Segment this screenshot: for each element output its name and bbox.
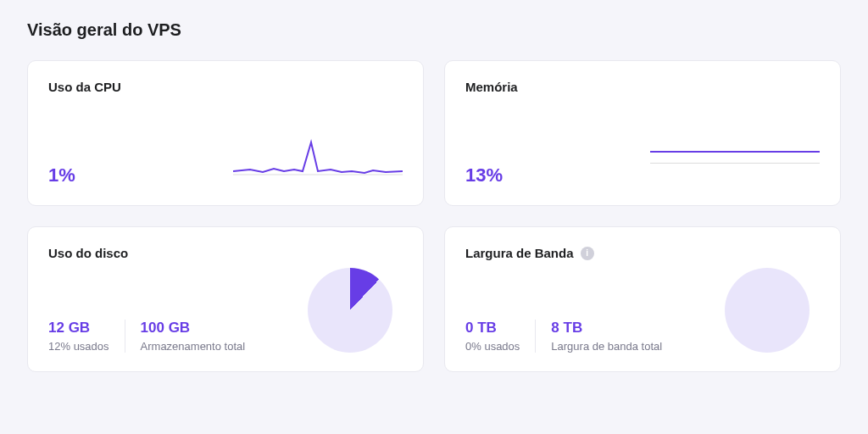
bandwidth-pie-chart (725, 268, 810, 353)
memory-sparkline-chart (650, 127, 820, 186)
disk-stats: 12 GB 12% usados 100 GB Armazenamento to… (48, 320, 260, 353)
disk-card-title: Uso do disco (48, 246, 403, 260)
disk-used-stat: 12 GB 12% usados (48, 320, 125, 353)
bandwidth-card[interactable]: Largura de Banda 0 TB 0% usados 8 TB Lar… (444, 226, 841, 372)
memory-card[interactable]: Memória 13% (444, 60, 841, 206)
cpu-percent-value: 1% (48, 164, 75, 186)
disk-used-value: 12 GB (48, 320, 109, 337)
disk-card[interactable]: Uso do disco 12 GB 12% usados 100 GB Arm… (27, 226, 424, 372)
bandwidth-total-value: 8 TB (551, 320, 662, 337)
cards-grid: Uso da CPU 1% Memória 13% Uso do disco (27, 60, 841, 372)
disk-total-value: 100 GB (141, 320, 246, 337)
cpu-sparkline-chart (233, 127, 403, 186)
disk-total-stat: 100 GB Armazenamento total (125, 320, 261, 353)
bandwidth-total-stat: 8 TB Largura de banda total (535, 320, 677, 353)
bandwidth-used-stat: 0 TB 0% usados (465, 320, 535, 353)
disk-pie-chart (308, 268, 392, 353)
bandwidth-used-label: 0% usados (465, 340, 520, 353)
bandwidth-used-value: 0 TB (465, 320, 520, 337)
cpu-card-title: Uso da CPU (48, 80, 403, 94)
disk-used-label: 12% usados (48, 340, 109, 353)
page-title: Visão geral do VPS (27, 20, 841, 40)
cpu-card[interactable]: Uso da CPU 1% (27, 60, 424, 206)
bandwidth-stats: 0 TB 0% usados 8 TB Largura de banda tot… (465, 320, 677, 353)
memory-percent-value: 13% (465, 164, 503, 186)
bandwidth-total-label: Largura de banda total (551, 340, 662, 353)
disk-total-label: Armazenamento total (141, 340, 246, 353)
bandwidth-card-title: Largura de Banda (465, 246, 574, 260)
memory-card-title: Memória (465, 80, 820, 94)
info-icon[interactable] (581, 247, 594, 260)
